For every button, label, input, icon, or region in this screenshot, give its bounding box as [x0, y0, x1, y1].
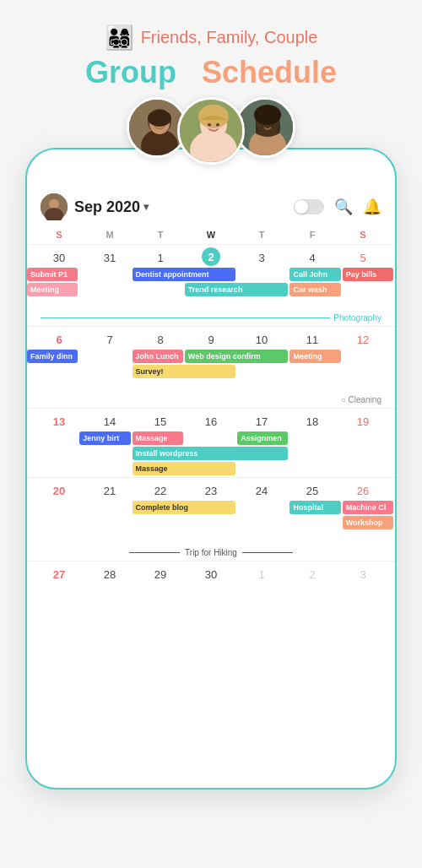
group-word: Group	[85, 55, 176, 90]
week5-numbers: 27 28 29 30 1 2 3	[27, 561, 395, 584]
day-27[interactable]: 27	[34, 564, 84, 584]
month-label: Sep 2020	[74, 198, 140, 216]
hiking-line: Trip for Hiking	[27, 545, 395, 561]
day-30-prev[interactable]: 30	[34, 247, 84, 268]
event-complete-blog[interactable]: Complete blog	[133, 501, 236, 514]
hiking-bar-left	[129, 552, 180, 554]
user-avatar[interactable]	[41, 193, 68, 220]
day-3-next[interactable]: 3	[338, 564, 388, 584]
weekday-tue: T	[135, 227, 186, 242]
event-massage2-w3[interactable]: Massage	[133, 462, 236, 475]
day-12[interactable]: 12	[338, 329, 388, 350]
day-30[interactable]: 30	[186, 564, 236, 584]
hiking-label: Trip for Hiking	[185, 548, 237, 557]
day-10[interactable]: 10	[236, 329, 287, 350]
event-pay-bills[interactable]: Pay bills	[343, 268, 393, 281]
day-26[interactable]: 26	[338, 480, 388, 501]
app-main-title: Group Schedule	[85, 55, 337, 90]
event-install-wp[interactable]: Install wordpress	[133, 447, 289, 460]
app-title-row: 👨‍👩‍👧‍👦 Friends, Family, Couple	[105, 24, 318, 52]
day-5[interactable]: 5	[338, 247, 388, 268]
cal-header: Sep 2020 ▾ 🔍 🔔	[27, 187, 395, 227]
chevron-down-icon: ▾	[143, 201, 149, 213]
weekday-wed: W	[186, 227, 236, 242]
weekday-sat: S	[338, 227, 388, 242]
toggle-knob	[295, 200, 308, 214]
day-20[interactable]: 20	[34, 480, 84, 501]
day-6[interactable]: 6	[34, 329, 84, 350]
weekday-thu: T	[236, 227, 287, 242]
event-call-john[interactable]: Call John	[289, 268, 340, 281]
day-2-today[interactable]: 2	[202, 247, 220, 266]
day-1-next[interactable]: 1	[236, 564, 287, 584]
event-trend-research[interactable]: Trend research	[185, 283, 289, 296]
photography-label: Photography	[333, 313, 381, 323]
day-19[interactable]: 19	[338, 411, 388, 431]
weekday-mon: M	[84, 227, 135, 242]
event-car-wash[interactable]: Car wash	[289, 283, 340, 296]
day-28[interactable]: 28	[84, 564, 135, 584]
cleaning-label: ○ Cleaning	[341, 395, 385, 404]
day-11[interactable]: 11	[287, 329, 338, 350]
svg-point-6	[163, 122, 165, 125]
week1-events: Submit P1 Meeting Dentist appointment Tr…	[27, 268, 395, 312]
week-row-5: 27 28 29 30 1 2 3	[27, 561, 395, 605]
event-assignmen[interactable]: Assignmen	[237, 431, 288, 445]
bell-icon[interactable]: 🔔	[363, 198, 381, 216]
header-icons: 🔍 🔔	[294, 198, 381, 216]
event-jenny-birt[interactable]: Jenny birt	[79, 431, 130, 445]
event-survey[interactable]: Survey!	[133, 365, 236, 378]
day-29[interactable]: 29	[135, 564, 186, 584]
cleaning-row: ○ Cleaning	[27, 393, 395, 408]
day-16[interactable]: 16	[186, 411, 236, 431]
svg-point-14	[216, 126, 221, 129]
event-meeting-w2[interactable]: Meeting	[289, 350, 340, 363]
day-15[interactable]: 15	[135, 411, 186, 431]
day-18[interactable]: 18	[287, 411, 338, 431]
event-machine-cl[interactable]: Machine Cl	[343, 501, 393, 514]
day-22[interactable]: 22	[135, 480, 186, 501]
day-9[interactable]: 9	[186, 329, 236, 350]
day-23[interactable]: 23	[186, 480, 236, 501]
day-3[interactable]: 3	[236, 247, 287, 268]
svg-point-5	[154, 122, 157, 125]
hiking-bar-right	[242, 552, 293, 554]
day-2-next[interactable]: 2	[287, 564, 338, 584]
event-hospital[interactable]: Hospital	[289, 501, 340, 514]
month-title[interactable]: Sep 2020 ▾	[74, 198, 287, 216]
week-row-3: 13 14 15 16 17 18 19 Jenny birt Massage …	[27, 408, 395, 477]
event-family-dinn[interactable]: Family dinn	[27, 350, 78, 363]
weekday-fri: F	[287, 227, 338, 242]
search-icon[interactable]: 🔍	[334, 198, 353, 216]
event-submit-p1[interactable]: Submit P1	[27, 268, 78, 281]
day-7[interactable]: 7	[84, 329, 135, 350]
week4-events: Complete blog Hospital Machine Cl Worksh…	[27, 501, 395, 545]
week5-events	[27, 584, 395, 605]
avatar-2	[177, 97, 245, 165]
day-4[interactable]: 4	[287, 247, 338, 268]
day-14[interactable]: 14	[84, 411, 135, 431]
day-17[interactable]: 17	[236, 411, 287, 431]
top-section: 👨‍👩‍👧‍👦 Friends, Family, Couple Group Sc…	[0, 0, 422, 148]
svg-point-4	[148, 110, 171, 127]
weekday-sun: S	[34, 227, 84, 242]
event-workshop[interactable]: Workshop	[343, 516, 393, 529]
view-toggle[interactable]	[294, 199, 324, 214]
event-john-lunch[interactable]: John Lunch	[133, 350, 183, 363]
event-dentist[interactable]: Dentist appointment	[133, 268, 236, 281]
event-meeting-w1[interactable]: Meeting	[27, 283, 78, 296]
day-13[interactable]: 13	[34, 411, 84, 431]
day-31-prev[interactable]: 31	[84, 247, 135, 268]
day-25[interactable]: 25	[287, 480, 338, 501]
event-massage-w3[interactable]: Massage	[133, 431, 183, 445]
day-24[interactable]: 24	[236, 480, 287, 501]
week-row-4: 20 21 22 23 24 25 26 Complete blog Hospi…	[27, 477, 395, 545]
phone-mockup: Sep 2020 ▾ 🔍 🔔 S M T W T F S 30 31 1 2 3…	[25, 148, 397, 789]
day-21[interactable]: 21	[84, 480, 135, 501]
week2-numbers: 6 7 8 9 10 11 12	[27, 327, 395, 350]
photography-bar	[41, 317, 330, 319]
svg-point-20	[271, 122, 273, 125]
day-8[interactable]: 8	[135, 329, 186, 350]
event-web-design[interactable]: Web design confirm	[185, 350, 289, 363]
day-1[interactable]: 1	[135, 247, 186, 268]
